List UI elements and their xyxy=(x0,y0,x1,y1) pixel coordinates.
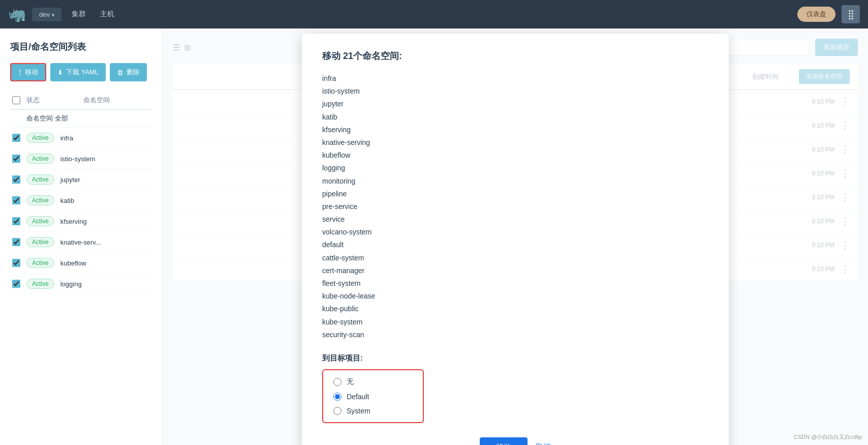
status-badge: Active xyxy=(26,279,54,289)
nav-host[interactable]: 主机 xyxy=(96,10,118,19)
table-row: Active kfserving xyxy=(10,211,152,232)
ns-filter-label: 命名空间 全部 xyxy=(26,114,68,123)
main-layout: 项目/命名空间列表 ⤴ 移动 ⬇ 下载 YAML 🗑 删除 状态 命名空间 命名… xyxy=(0,28,868,445)
delete-button[interactable]: 🗑 删除 xyxy=(110,63,147,81)
ns-name: infra xyxy=(60,134,73,142)
delete-icon: 🗑 xyxy=(117,69,123,76)
status-badge: Active xyxy=(26,174,54,185)
modal-dialog: 移动 21个命名空间: infraistio-systemjupyterkati… xyxy=(302,34,729,445)
row-checkbox-kubeflow[interactable] xyxy=(12,259,20,267)
col-ns-header: 命名空间 xyxy=(83,96,150,105)
table-row: Active logging xyxy=(10,274,152,294)
namespace-list: infraistio-systemjupyterkatibkfservingkn… xyxy=(322,72,708,341)
page-title: 项目/命名空间列表 xyxy=(10,41,152,53)
sidebar: 项目/命名空间列表 ⤴ 移动 ⬇ 下载 YAML 🗑 删除 状态 命名空间 命名… xyxy=(0,28,163,445)
target-section: 到目标项目: 无 Default System xyxy=(322,353,708,423)
namespace-list-item: monitoring xyxy=(322,175,708,188)
table-row: Active infra xyxy=(10,128,152,149)
filter-row: 命名空间 全部 xyxy=(10,110,152,128)
ns-name: katib xyxy=(60,197,74,204)
env-label: dev xyxy=(39,11,50,18)
env-selector[interactable]: dev xyxy=(32,8,61,21)
namespace-list-item: istio-system xyxy=(322,85,708,98)
download-icon: ⬇ xyxy=(57,69,63,76)
status-badge: Active xyxy=(26,133,54,143)
namespace-list-item: pre-service xyxy=(322,200,708,213)
avatar: ⣿ xyxy=(842,5,860,23)
status-badge: Active xyxy=(26,154,54,164)
main-content: ☰ ⊞ 添加项目 创建时间 添加命名空间 9:10 PM ⋮ 9:10 PM ⋮… xyxy=(163,28,868,445)
radio-default[interactable]: Default xyxy=(333,393,413,401)
yaml-label: 下载 YAML xyxy=(66,68,99,77)
ns-name: kubeflow xyxy=(60,259,86,267)
row-checkbox-jupyter[interactable] xyxy=(12,175,20,184)
table-row: Active kubeflow xyxy=(10,253,152,274)
logo-area: 🦏 xyxy=(8,6,26,23)
namespace-list-item: default xyxy=(322,239,708,251)
select-all-checkbox[interactable] xyxy=(12,96,20,104)
table-row: Active knative-serv... xyxy=(10,232,152,253)
row-checkbox-knative[interactable] xyxy=(12,238,20,246)
table-row: Active jupyter xyxy=(10,169,152,190)
modal-title: 移动 21个命名空间: xyxy=(322,50,708,62)
download-yaml-button[interactable]: ⬇ 下载 YAML xyxy=(50,63,106,81)
dashboard-button[interactable]: 仪表盘 xyxy=(797,7,835,22)
namespace-list-item: kfserving xyxy=(322,124,708,136)
row-checkbox-istio[interactable] xyxy=(12,155,20,163)
namespace-list-item: kube-node-lease xyxy=(322,290,708,303)
namespace-list-item: cert-manager xyxy=(322,264,708,277)
move-icon: ⤴ xyxy=(18,69,22,76)
status-badge: Active xyxy=(26,237,54,247)
namespace-list-item: jupyter xyxy=(322,98,708,110)
namespace-list-item: kube-system xyxy=(322,316,708,329)
radio-system-label: System xyxy=(347,407,370,415)
radio-system[interactable]: System xyxy=(333,407,413,415)
row-checkbox-logging[interactable] xyxy=(12,280,20,288)
namespace-list-item: pipeline xyxy=(322,188,708,200)
move-label: 移动 xyxy=(25,68,38,77)
radio-default-label: Default xyxy=(347,393,369,401)
namespace-list-item: infra xyxy=(322,72,708,85)
radio-none-label: 无 xyxy=(347,377,354,387)
radio-system-input[interactable] xyxy=(333,407,342,415)
ns-name: istio-system xyxy=(60,155,96,163)
logo-icon: 🦏 xyxy=(8,6,26,23)
table-row: Active istio-system xyxy=(10,149,152,169)
namespace-list-item: volcano-system xyxy=(322,226,708,239)
radio-none[interactable]: 无 xyxy=(333,377,413,387)
namespace-list-item: logging xyxy=(322,162,708,174)
ns-name: jupyter xyxy=(60,176,80,184)
status-badge: Active xyxy=(26,216,54,226)
ns-table-body: Active infra Active istio-system Active … xyxy=(10,128,152,294)
action-bar: ⤴ 移动 ⬇ 下载 YAML 🗑 删除 xyxy=(10,63,152,81)
radio-none-input[interactable] xyxy=(333,378,342,386)
watermark: CSDN @小白白白又白cdlip xyxy=(794,433,862,441)
namespace-list-item: katib xyxy=(322,111,708,124)
table-row: Active katib xyxy=(10,190,152,211)
row-checkbox-katib[interactable] xyxy=(12,196,20,204)
namespace-list-item: knative-serving xyxy=(322,136,708,149)
ns-name: knative-serv... xyxy=(60,239,101,246)
radio-default-input[interactable] xyxy=(333,393,342,401)
target-label: 到目标项目: xyxy=(322,353,708,363)
target-radio-group: 无 Default System xyxy=(322,369,424,423)
row-checkbox-kfserving[interactable] xyxy=(12,217,20,225)
ns-name: kfserving xyxy=(60,218,87,225)
status-badge: Active xyxy=(26,195,54,205)
cancel-button[interactable]: 取消 xyxy=(536,442,551,445)
confirm-move-button[interactable]: 移动 xyxy=(480,437,528,445)
row-checkbox-infra[interactable] xyxy=(12,134,20,142)
modal-overlay: 移动 21个命名空间: infraistio-systemjupyterkati… xyxy=(163,28,868,445)
move-button[interactable]: ⤴ 移动 xyxy=(10,63,46,81)
nav-cluster[interactable]: 集群 xyxy=(68,10,90,19)
chevron-down-icon xyxy=(52,11,54,18)
table-header: 状态 命名空间 xyxy=(10,92,152,110)
namespace-list-item: cattle-system xyxy=(322,252,708,264)
namespace-list-item: fleet-system xyxy=(322,277,708,290)
namespace-list-item: security-scan xyxy=(322,329,708,341)
namespace-list-item: kubeflow xyxy=(322,149,708,162)
namespace-list-item: kube-public xyxy=(322,303,708,315)
delete-label: 删除 xyxy=(127,68,140,77)
status-badge: Active xyxy=(26,258,54,268)
top-nav: 🦏 dev 集群 主机 仪表盘 ⣿ xyxy=(0,0,868,28)
